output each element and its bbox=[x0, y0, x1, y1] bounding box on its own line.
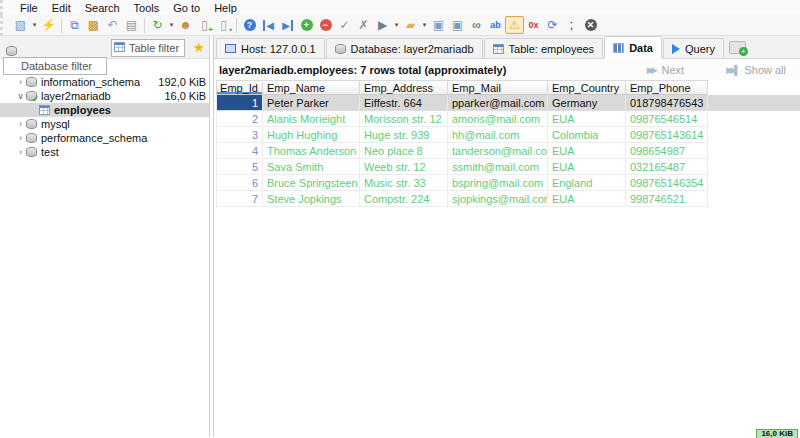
tab-data[interactable]: Data bbox=[604, 36, 662, 59]
cell-Emp_Name[interactable]: Alanis Morieight bbox=[263, 111, 360, 127]
cell-Emp_Mail[interactable]: hh@mail.com bbox=[448, 127, 548, 143]
refresh-button[interactable]: ↻ bbox=[148, 16, 167, 34]
column-header-Emp_Address[interactable]: Emp_Address bbox=[360, 80, 448, 95]
tree-caret-icon[interactable]: › bbox=[15, 147, 26, 157]
paste-button[interactable]: ▩ bbox=[84, 16, 103, 34]
hex-view-button[interactable]: 0x bbox=[524, 16, 543, 34]
cell-Emp_Mail[interactable]: pparker@mail.com bbox=[448, 95, 548, 111]
add-record-button[interactable]: + bbox=[297, 16, 316, 34]
cell-Emp_Address[interactable]: Compstr. 224 bbox=[360, 191, 448, 207]
execute-sql-button-dropdown[interactable]: ▾ bbox=[392, 21, 401, 29]
delete-record-button[interactable]: − bbox=[316, 16, 335, 34]
session-manager-button-dropdown[interactable]: ▾ bbox=[30, 21, 39, 29]
cell-Emp_Country[interactable]: Germany bbox=[548, 95, 626, 111]
cell-Emp_Id[interactable]: 4 bbox=[216, 143, 263, 159]
cell-Emp_Phone[interactable]: 998746521 bbox=[626, 191, 708, 207]
cell-Emp_Mail[interactable]: ssmith@mail.com bbox=[448, 159, 548, 175]
find-button[interactable]: ∞ bbox=[467, 16, 486, 34]
cell-Emp_Name[interactable]: Steve Jopkings bbox=[263, 191, 360, 207]
save-snippet-button[interactable]: ▯▪ bbox=[214, 16, 233, 34]
cell-Emp_Name[interactable]: Hugh Hughing bbox=[263, 127, 360, 143]
semicolon-button[interactable]: ; bbox=[562, 16, 581, 34]
cell-Emp_Mail[interactable]: tanderson@mail.com bbox=[448, 143, 548, 159]
cell-Emp_Mail[interactable]: sjopkings@mail.com bbox=[448, 191, 548, 207]
cell-Emp_Id[interactable]: 6 bbox=[216, 175, 263, 191]
cell-Emp_Id[interactable]: 3 bbox=[216, 127, 263, 143]
tab-host[interactable]: Host: 127.0.0.1 bbox=[216, 38, 325, 58]
cell-Emp_Country[interactable]: England bbox=[548, 175, 626, 191]
table-row[interactable]: 1Peter ParkerEiffestr. 664pparker@mail.c… bbox=[216, 95, 800, 111]
cell-Emp_Country[interactable]: EUA bbox=[548, 159, 626, 175]
column-header-Emp_Country[interactable]: Emp_Country bbox=[548, 80, 626, 95]
reload-page-button[interactable]: ⟳ bbox=[543, 16, 562, 34]
table-row[interactable]: 5Sava SmithWeeb str. 12ssmith@mail.comEU… bbox=[216, 159, 800, 175]
tree-caret-icon[interactable]: › bbox=[15, 77, 26, 87]
highlight-warning-button[interactable]: ⚠ bbox=[505, 16, 524, 34]
cell-Emp_Name[interactable]: Sava Smith bbox=[263, 159, 360, 175]
cell-Emp_Name[interactable]: Thomas Anderson bbox=[263, 143, 360, 159]
column-header-Emp_Mail[interactable]: Emp_Mail bbox=[448, 80, 548, 95]
cell-Emp_Id[interactable]: 5 bbox=[216, 159, 263, 175]
post-changes-button[interactable]: ✓ bbox=[335, 16, 354, 34]
cell-Emp_Address[interactable]: Huge str. 939 bbox=[360, 127, 448, 143]
tab-query[interactable]: Query bbox=[663, 38, 724, 58]
column-header-Emp_Name[interactable]: Emp_Name bbox=[263, 80, 360, 95]
find-in-files-button-dropdown[interactable]: ▾ bbox=[420, 21, 429, 29]
cell-Emp_Country[interactable]: Colombia bbox=[548, 127, 626, 143]
tree-item-information_schema[interactable]: ›information_schema192,0 KiB bbox=[0, 75, 209, 89]
user-manager-button[interactable]: ☻ bbox=[176, 16, 195, 34]
tab-database[interactable]: Database: layer2mariadb bbox=[326, 38, 483, 58]
tree-item-performance_schema[interactable]: ›performance_schema bbox=[0, 131, 209, 145]
cell-Emp_Phone[interactable]: 032165487 bbox=[626, 159, 708, 175]
table-row[interactable]: 4Thomas AndersonNeo place 8tanderson@mai… bbox=[216, 143, 800, 159]
table-row[interactable]: 7Steve JopkingsCompstr. 224sjopkings@mai… bbox=[216, 191, 800, 207]
cell-Emp_Country[interactable]: EUA bbox=[548, 191, 626, 207]
cell-Emp_Phone[interactable]: 098654987 bbox=[626, 143, 708, 159]
cell-Emp_Phone[interactable]: 09876546514 bbox=[626, 111, 708, 127]
cell-Emp_Address[interactable]: Weeb str. 12 bbox=[360, 159, 448, 175]
refresh-button-dropdown[interactable]: ▾ bbox=[167, 21, 176, 29]
cell-Emp_Name[interactable]: Peter Parker bbox=[263, 95, 360, 111]
stop-button[interactable]: ✕ bbox=[581, 16, 600, 34]
execute-sql-button[interactable]: ▶ bbox=[373, 16, 392, 34]
new-file-button[interactable]: ▯+ bbox=[195, 16, 214, 34]
session-manager-button[interactable]: ▧ bbox=[11, 16, 30, 34]
database-filter-input[interactable] bbox=[3, 57, 107, 75]
table-row[interactable]: 3Hugh HughingHuge str. 939hh@mail.comCol… bbox=[216, 127, 800, 143]
find-in-files-button[interactable]: ▰ bbox=[401, 16, 420, 34]
column-header-Emp_Phone[interactable]: Emp_Phone bbox=[626, 80, 708, 95]
tree-item-layer2mariadb[interactable]: ∨layer2mariadb16,0 KiB bbox=[0, 89, 209, 103]
cell-Emp_Address[interactable]: Music str. 33 bbox=[360, 175, 448, 191]
cell-Emp_Id[interactable]: 2 bbox=[216, 111, 263, 127]
menu-search[interactable]: Search bbox=[78, 2, 127, 14]
menu-go-to[interactable]: Go to bbox=[166, 2, 207, 14]
cell-Emp_Id[interactable]: 7 bbox=[216, 191, 263, 207]
tree-item-mysql[interactable]: ›mysql bbox=[0, 117, 209, 131]
save-button[interactable]: ▣ bbox=[429, 16, 448, 34]
cell-Emp_Mail[interactable]: bspring@mail.com bbox=[448, 175, 548, 191]
add-query-tab-button[interactable] bbox=[729, 41, 746, 54]
replace-button[interactable]: ab bbox=[486, 16, 505, 34]
favorites-star-icon[interactable]: ★ bbox=[193, 40, 205, 55]
menu-file[interactable]: File bbox=[13, 2, 45, 14]
next-button[interactable]: ▶▶ Next bbox=[647, 64, 684, 76]
cell-Emp_Id[interactable]: 1 bbox=[216, 95, 263, 111]
menu-help[interactable]: Help bbox=[207, 2, 244, 14]
undo-button[interactable]: ↶ bbox=[103, 16, 122, 34]
tree-caret-icon[interactable]: › bbox=[15, 133, 26, 143]
copy-button[interactable]: ⧉ bbox=[65, 16, 84, 34]
cell-Emp_Phone[interactable]: 098765146354 bbox=[626, 175, 708, 191]
cell-Emp_Country[interactable]: EUA bbox=[548, 111, 626, 127]
tree-item-employees[interactable]: employees16,0 KiB bbox=[0, 103, 209, 117]
first-record-button[interactable]: ◀ bbox=[259, 16, 278, 34]
tab-table[interactable]: Table: employees bbox=[484, 38, 604, 58]
cell-Emp_Name[interactable]: Bruce Springsteen bbox=[263, 175, 360, 191]
last-record-button[interactable]: ▶ bbox=[278, 16, 297, 34]
cell-Emp_Address[interactable]: Morisson str. 12 bbox=[360, 111, 448, 127]
cell-Emp_Country[interactable]: EUA bbox=[548, 143, 626, 159]
cell-Emp_Phone[interactable]: 098765143614 bbox=[626, 127, 708, 143]
save-as-button[interactable]: ▣ bbox=[448, 16, 467, 34]
cancel-editing-button[interactable]: ✗ bbox=[354, 16, 373, 34]
table-row[interactable]: 6Bruce SpringsteenMusic str. 33bspring@m… bbox=[216, 175, 800, 191]
show-all-button[interactable]: ▶▶▌ Show all bbox=[726, 64, 786, 76]
